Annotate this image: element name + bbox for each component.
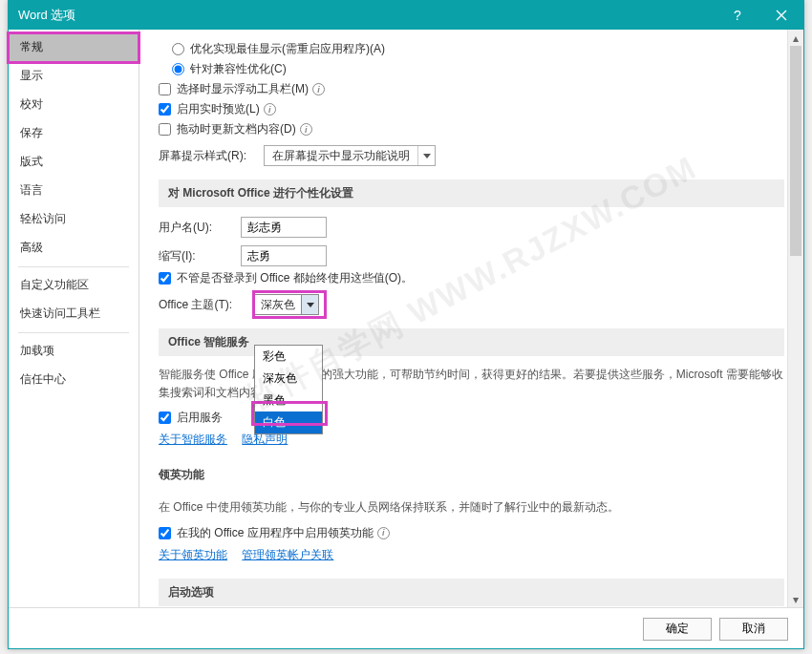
- sidebar-item-quick-access[interactable]: 快速访问工具栏: [9, 300, 139, 328]
- dialog-footer: 确定 取消: [9, 607, 803, 649]
- label-initials: 缩写(I):: [159, 248, 241, 264]
- dropdown-office-theme[interactable]: 深灰色: [254, 294, 319, 315]
- sidebar-item-trust-center[interactable]: 信任中心: [9, 366, 139, 394]
- sidebar-separator: [18, 332, 129, 333]
- sidebar-item-customize-ribbon[interactable]: 自定义功能区: [9, 271, 139, 300]
- cancel-button[interactable]: 取消: [719, 618, 788, 641]
- checkbox-label: 选择时显示浮动工具栏(M): [177, 81, 309, 97]
- checkbox-input[interactable]: [159, 103, 171, 116]
- window-title: Word 选项: [9, 7, 75, 24]
- theme-option[interactable]: 深灰色: [255, 368, 322, 390]
- sidebar-item-language[interactable]: 语言: [9, 177, 139, 205]
- sidebar-item-accessibility[interactable]: 轻松访问: [9, 205, 139, 234]
- chevron-down-icon: [301, 295, 318, 314]
- section-smart-services: Office 智能服务: [159, 328, 784, 356]
- radio-compatibility[interactable]: 针对兼容性优化(C): [172, 61, 784, 77]
- info-icon[interactable]: i: [264, 103, 276, 116]
- main-panel: 优化实现最佳显示(需重启应用程序)(A) 针对兼容性优化(C) 选择时显示浮动工…: [139, 30, 803, 607]
- help-button[interactable]: ?: [716, 1, 759, 30]
- check-drag-update[interactable]: 拖动时更新文档内容(D) i: [159, 121, 784, 137]
- radio-input[interactable]: [172, 43, 184, 55]
- checkbox-input[interactable]: [159, 411, 171, 424]
- section-personalize: 对 Microsoft Office 进行个性化设置: [159, 179, 784, 207]
- theme-option-list: 彩色 深灰色 黑色 白色: [254, 345, 323, 434]
- sidebar-item-general[interactable]: 常规: [9, 33, 139, 62]
- row-screentip-style: 屏幕提示样式(R): 在屏幕提示中显示功能说明: [159, 145, 784, 166]
- dropdown-value: 深灰色: [255, 295, 301, 314]
- titlebar-controls: ?: [716, 1, 803, 30]
- link-privacy-statement[interactable]: 隐私声明: [242, 432, 288, 446]
- radio-input[interactable]: [172, 63, 184, 75]
- sidebar-item-display[interactable]: 显示: [9, 62, 139, 91]
- check-linkedin-enable[interactable]: 在我的 Office 应用程序中启用领英功能 i: [159, 525, 784, 541]
- input-username[interactable]: [241, 217, 327, 238]
- close-button[interactable]: [759, 1, 803, 30]
- chevron-down-icon: [417, 146, 435, 165]
- checkbox-label: 不管是否登录到 Office 都始终使用这些值(O)。: [177, 270, 413, 286]
- label-username: 用户名(U):: [159, 220, 241, 236]
- checkbox-input[interactable]: [159, 123, 171, 136]
- sidebar-item-proofing[interactable]: 校对: [9, 91, 139, 119]
- scroll-down-icon[interactable]: ▾: [788, 591, 803, 607]
- checkbox-label: 启用实时预览(L): [177, 101, 260, 117]
- theme-option[interactable]: 黑色: [255, 390, 322, 411]
- section-linkedin: 领英功能: [159, 461, 784, 489]
- checkbox-input[interactable]: [159, 272, 171, 285]
- scrollbar-vertical[interactable]: ▴ ▾: [787, 30, 803, 607]
- dialog-content: 常规 显示 校对 保存 版式 语言 轻松访问 高级 自定义功能区 快速访问工具栏…: [9, 30, 803, 607]
- radio-label: 针对兼容性优化(C): [190, 61, 287, 77]
- dropdown-screentip[interactable]: 在屏幕提示中显示功能说明: [264, 145, 436, 166]
- sidebar: 常规 显示 校对 保存 版式 语言 轻松访问 高级 自定义功能区 快速访问工具栏…: [9, 30, 139, 607]
- sidebar-separator: [18, 266, 129, 267]
- check-live-preview[interactable]: 启用实时预览(L) i: [159, 101, 784, 117]
- checkbox-label: 启用服务: [177, 410, 223, 426]
- theme-option[interactable]: 彩色: [255, 346, 322, 368]
- label-screentip: 屏幕提示样式(R):: [159, 148, 264, 164]
- close-icon: [776, 10, 787, 21]
- check-always-use-values[interactable]: 不管是否登录到 Office 都始终使用这些值(O)。: [159, 270, 784, 286]
- checkbox-input[interactable]: [159, 83, 171, 95]
- scrollbar-thumb[interactable]: [790, 46, 801, 256]
- check-enable-services[interactable]: 启用服务: [159, 410, 784, 426]
- sidebar-item-save[interactable]: 保存: [9, 119, 139, 148]
- theme-option-selected[interactable]: 白色: [255, 411, 322, 433]
- checkbox-label: 在我的 Office 应用程序中启用领英功能: [177, 525, 374, 541]
- section-startup: 启动选项: [159, 579, 784, 606]
- row-office-theme: Office 主题(T): 深灰色: [159, 294, 784, 315]
- checkbox-input[interactable]: [159, 527, 171, 539]
- info-icon[interactable]: i: [300, 123, 312, 136]
- info-icon[interactable]: i: [377, 527, 390, 539]
- info-icon[interactable]: i: [312, 83, 325, 95]
- input-initials[interactable]: [241, 245, 327, 266]
- linkedin-description: 在 Office 中使用领英功能，与你的专业人员网络保持联系，并随时了解行业中的…: [159, 498, 784, 517]
- checkbox-label: 拖动时更新文档内容(D): [177, 121, 296, 137]
- dropdown-value: 在屏幕提示中显示功能说明: [265, 148, 417, 164]
- scroll-up-icon[interactable]: ▴: [788, 30, 803, 46]
- sidebar-item-advanced[interactable]: 高级: [9, 234, 139, 263]
- radio-label: 优化实现最佳显示(需重启应用程序)(A): [190, 41, 385, 57]
- row-initials: 缩写(I):: [159, 245, 784, 266]
- row-username: 用户名(U):: [159, 217, 784, 238]
- smart-services-description: 智能服务使 Office 应用可以获取的强大功能，可帮助节约时间，获得更好的结果…: [159, 366, 784, 402]
- label-theme: Office 主题(T):: [159, 297, 254, 313]
- link-about-linkedin[interactable]: 关于领英功能: [159, 548, 227, 561]
- link-about-smart-services[interactable]: 关于智能服务: [159, 432, 227, 446]
- check-mini-toolbar[interactable]: 选择时显示浮动工具栏(M) i: [159, 81, 784, 97]
- titlebar: Word 选项 ?: [9, 1, 803, 30]
- radio-optimize-display[interactable]: 优化实现最佳显示(需重启应用程序)(A): [172, 41, 784, 57]
- sidebar-item-layout[interactable]: 版式: [9, 148, 139, 177]
- ok-button[interactable]: 确定: [643, 618, 712, 641]
- link-manage-linkedin[interactable]: 管理领英帐户关联: [242, 548, 333, 561]
- main-scroll-area: 优化实现最佳显示(需重启应用程序)(A) 针对兼容性优化(C) 选择时显示浮动工…: [139, 30, 803, 607]
- sidebar-item-addins[interactable]: 加载项: [9, 337, 139, 366]
- options-dialog: Word 选项 ? 常规 显示 校对 保存 版式 语言 轻松访问 高级 自定义功…: [8, 0, 804, 649]
